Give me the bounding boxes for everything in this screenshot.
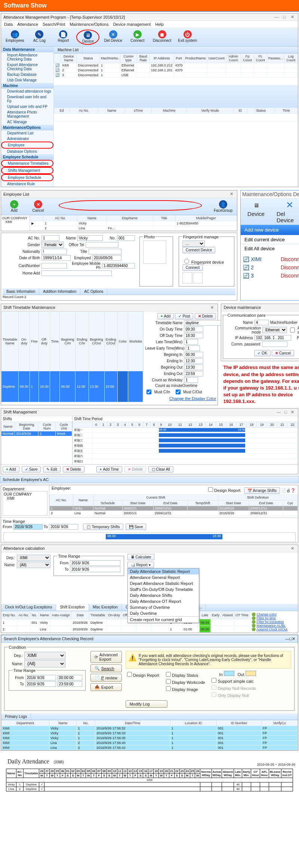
tb-report[interactable]: 📄Report [52, 30, 74, 45]
workday-input[interactable] [184, 377, 198, 383]
devmaint-cancel-btn[interactable]: ✕Cancel [272, 350, 294, 356]
tab-shiftexc[interactable]: Shift Exception [56, 604, 89, 611]
side-maint-albl[interactable]: Maintanance AL/BL [257, 624, 286, 627]
fp-connect-btn[interactable]: Connect [182, 264, 203, 271]
chk-image[interactable] [166, 686, 171, 691]
lp-employee[interactable]: Employee [1, 142, 53, 149]
title-input[interactable] [89, 249, 121, 254]
arrange-btn[interactable]: 📅Arrange Shifts [244, 487, 280, 494]
tab-machine-list[interactable]: Machine List [54, 47, 83, 53]
sched-to-input[interactable] [49, 524, 78, 530]
dd-edit-current[interactable]: Edit current device [241, 235, 299, 244]
close-icon[interactable]: ✕ [289, 410, 296, 415]
menu-staff-tt[interactable]: Staff's On-Duty/Off-Duty Timetable [128, 586, 199, 592]
search-from-time[interactable] [58, 675, 82, 681]
dob-input[interactable] [41, 255, 71, 261]
dd-edit-all[interactable]: Edit All device [241, 244, 299, 253]
calc-to-input[interactable] [70, 567, 120, 572]
lp-ac-manage[interactable]: AC Manage [1, 119, 53, 125]
search-dep-select[interactable]: XIMI [24, 652, 65, 659]
side-append[interactable]: Append Clock In/Out [256, 627, 287, 631]
menu-daily-ot[interactable]: Daily Attendance OT Report [128, 598, 199, 604]
tb-deldevice[interactable]: ✕Del Device [102, 30, 124, 45]
dev-name-input[interactable] [255, 320, 269, 325]
search-from-date[interactable] [25, 675, 56, 681]
devmaint-ok-btn[interactable]: ✓OK [254, 350, 270, 356]
machine-row-3[interactable]: 🔄3Disconnected1USB [54, 73, 298, 78]
photo-box[interactable] [143, 241, 166, 264]
sched-grid[interactable]: AC No.NameCurrent ShiftShift Definition … [49, 495, 298, 516]
lp-db-options[interactable]: Database Options [1, 149, 53, 154]
chk-workcode[interactable] [166, 679, 171, 684]
preview-btn[interactable]: 📄 Preview [90, 674, 122, 682]
lp-dept-list[interactable]: Department List [1, 130, 53, 136]
emp-add-btn[interactable]: +Add [3, 199, 25, 213]
tree-ximi[interactable]: XIMI [2, 220, 28, 224]
max-icon[interactable]: □ [289, 636, 292, 641]
no-input[interactable] [117, 235, 135, 241]
report-btn[interactable]: 📊Report ▾ [127, 562, 154, 568]
search-to-date[interactable] [25, 681, 56, 687]
tb-connect[interactable]: ▶Connect [127, 30, 148, 45]
close-icon[interactable]: ✕ [292, 636, 295, 641]
offduty-input[interactable] [184, 333, 203, 338]
sm-save-btn[interactable]: ✓Save [22, 466, 41, 472]
ip-input[interactable] [255, 335, 291, 341]
menu-data[interactable]: Data [4, 22, 13, 27]
tree-ximi[interactable]: XIMI [4, 496, 46, 500]
end-out-input[interactable] [184, 371, 203, 376]
design-chk[interactable] [208, 487, 213, 492]
sched-row-2[interactable]: 2LinaNormal2000/1/12999/12/312016/9/2620… [50, 511, 298, 515]
gender-select[interactable]: Female [41, 242, 64, 248]
close-icon[interactable]: ✕ [209, 305, 215, 310]
tb-employees[interactable]: 👥Employees [3, 30, 26, 45]
connect-dev-btn[interactable]: Connect Device [182, 247, 216, 253]
late-input[interactable] [184, 339, 198, 345]
menu-maintenance-options[interactable]: Maintenance/Options [70, 22, 108, 27]
card-input[interactable] [41, 263, 67, 269]
android-chk[interactable] [290, 328, 295, 332]
onduty-input[interactable] [184, 326, 203, 332]
machine-row-1[interactable]: 🔄XIMIDisconnected1Ethernet192.168.0.2124… [54, 63, 298, 68]
lp-maint-tt[interactable]: Maintenance Timetables [1, 160, 53, 167]
begin-out-input[interactable] [184, 365, 203, 370]
sm-addtime-btn[interactable]: +Add Time [96, 466, 122, 472]
calc-dep-select[interactable]: XIMI [17, 555, 50, 561]
nat-input[interactable] [41, 249, 67, 254]
sched-from-input[interactable] [13, 524, 43, 530]
calc-name-select[interactable]: (All) [17, 562, 50, 568]
commpwd-input[interactable] [262, 341, 287, 347]
menu-daily-stat[interactable]: Daily Attendance Statistic Report [128, 568, 199, 574]
tt-add-btn[interactable]: +Add [157, 313, 174, 319]
temp-shifts-btn[interactable]: 📋Temporary Shifts [83, 524, 123, 530]
sm-delete-btn[interactable]: ✕Delete [63, 466, 84, 472]
lp-dl-logs[interactable]: Download attendance logs [1, 89, 53, 94]
sm-clearall-btn[interactable]: ▢Clear All [148, 466, 173, 472]
lp-ul-userfp[interactable]: Upload user info and FP [1, 104, 53, 109]
name-input[interactable] [77, 235, 103, 241]
emp-cancel-btn[interactable]: ✕Cancel [27, 199, 49, 213]
max-icon[interactable]: □ [282, 410, 289, 414]
sm-deltime-btn[interactable]: ✕Delete [124, 466, 146, 472]
calculate-btn[interactable]: 🖩Calculate [127, 554, 155, 560]
employed-input[interactable] [92, 255, 121, 261]
menu-general[interactable]: Attendance General Report [128, 574, 199, 580]
side-changecolor[interactable]: Change color [257, 613, 277, 616]
side-filterexc[interactable]: Filter by exception [257, 620, 284, 624]
begin-in-input[interactable] [184, 352, 203, 357]
menu-help[interactable]: Help [155, 22, 164, 27]
tt-delete-btn[interactable]: ✕Delete [195, 313, 216, 319]
zoom-deldevice-btn[interactable]: ✕Del Device [277, 199, 299, 223]
menu-depart[interactable]: Depart Attendance Statistic Report [128, 580, 199, 586]
minimize-button[interactable]: — [273, 15, 280, 19]
export-btn[interactable]: 📥 Export [90, 683, 122, 691]
commmode-select[interactable]: Ethernet [262, 327, 287, 333]
menu-sum-ot[interactable]: Summary of Overtime [128, 604, 199, 610]
log-row[interactable]: XIMIVicky12016/9/26 17:56:321001FP [1, 726, 298, 731]
home-input[interactable] [41, 270, 112, 276]
menu-attendance[interactable]: Attendance [17, 22, 38, 27]
min-icon[interactable]: — [275, 410, 282, 414]
shifts-grid[interactable]: NameBeginning DateCycle NumCycle Unit No… [1, 422, 72, 436]
mob-input[interactable] [102, 263, 135, 269]
lp-emp-sched[interactable]: Employee Schedule [1, 174, 53, 181]
